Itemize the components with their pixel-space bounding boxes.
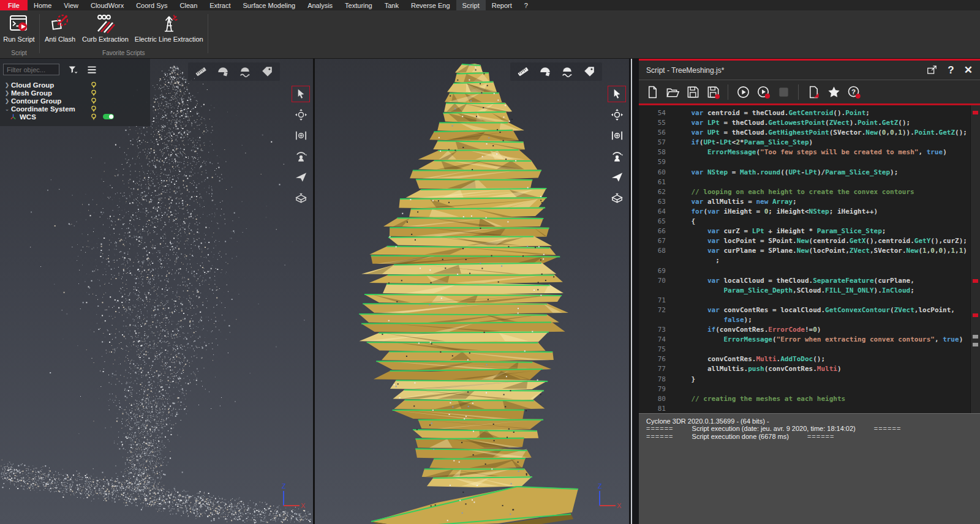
visibility-bulb-icon[interactable] <box>90 105 97 113</box>
expander-icon[interactable]: ❯ <box>3 90 11 96</box>
ruler-button[interactable] <box>516 65 530 78</box>
viewport-point-cloud[interactable]: ❯ Cloud Group ❯ Mesh Group ❯ Contour Gro… <box>0 58 313 524</box>
clipping-box-icon <box>610 191 624 205</box>
code-row: 64 for(var iHeight = 0; iHeight<NStep; i… <box>639 207 970 217</box>
protractor-button[interactable] <box>216 65 230 78</box>
open-script-button[interactable] <box>665 84 680 99</box>
fly-mode-icon <box>610 170 624 184</box>
ruler-icon <box>516 65 530 78</box>
new-script-button[interactable] <box>645 84 660 99</box>
tree-menu-icon[interactable] <box>86 64 97 75</box>
axis-z-label: Z <box>598 482 602 490</box>
select-cursor-button[interactable] <box>608 86 626 102</box>
menu-tab-home[interactable]: Home <box>28 0 58 10</box>
console-text: Script execution (date: jeu. avr. 9 2020… <box>692 425 856 432</box>
expander-icon[interactable]: ⌄ <box>3 106 11 112</box>
angle-curve-button[interactable] <box>560 65 575 78</box>
visibility-bulb-icon[interactable] <box>90 113 97 121</box>
panel-splitter[interactable] <box>629 58 639 524</box>
tree-item-coordinate-system[interactable]: ⌄ Coordinate System <box>3 105 150 113</box>
orbit-button[interactable] <box>292 107 310 123</box>
axis-triad: Z X <box>277 482 306 513</box>
electric-line-extraction-button[interactable]: Electric Line Extraction <box>132 12 206 43</box>
menu-tab-cloudworx[interactable]: CloudWorx <box>85 0 130 10</box>
examiner-view-button[interactable] <box>292 148 310 165</box>
clipping-box-button[interactable] <box>292 190 310 206</box>
code-row: 60 var NStep = Math.round((UPt-LPt)/Para… <box>639 168 970 178</box>
menu-tab-view[interactable]: View <box>58 0 85 10</box>
constrained-pan-button[interactable] <box>292 127 310 144</box>
expander-icon[interactable]: ❯ <box>3 98 11 104</box>
clipping-box-button[interactable] <box>608 190 626 206</box>
examiner-view-button[interactable] <box>608 148 626 165</box>
save-as-button[interactable] <box>706 84 720 99</box>
save-script-button[interactable] <box>685 84 700 99</box>
line-number: 66 <box>639 226 675 236</box>
line-number: 63 <box>639 197 675 207</box>
menu-tab--[interactable]: ? <box>518 0 534 10</box>
favorite-star-button[interactable] <box>826 84 841 99</box>
script-editor[interactable]: 54 var centroid = theCloud.GetCentroid()… <box>639 103 980 413</box>
filter-objects-input[interactable] <box>3 64 59 75</box>
visibility-toggle[interactable] <box>103 114 114 119</box>
fly-mode-button[interactable] <box>608 169 626 185</box>
constrained-pan-icon <box>610 129 624 143</box>
protractor-icon <box>216 65 230 78</box>
visibility-bulb-icon[interactable] <box>90 89 97 97</box>
scrollbar-marker <box>973 343 978 346</box>
run-button[interactable] <box>736 84 750 99</box>
help-circle-button[interactable] <box>846 84 861 99</box>
menu-tab-coord-sys[interactable]: Coord Sys <box>130 0 173 10</box>
visibility-bulb-icon[interactable] <box>90 97 97 105</box>
anti-clash-button[interactable]: Anti Clash <box>41 12 79 43</box>
menu-tab-report[interactable]: Report <box>486 0 518 10</box>
tree-item-wcs[interactable]: WCS <box>3 113 150 121</box>
select-cursor-button[interactable] <box>292 86 310 102</box>
menu-tab-texturing[interactable]: Texturing <box>339 0 379 10</box>
orbit-button[interactable] <box>608 107 626 123</box>
fly-mode-button[interactable] <box>292 169 310 185</box>
menu-tab-script[interactable]: Script <box>456 0 486 10</box>
external-window-icon[interactable] <box>926 64 938 76</box>
line-number: 72 <box>639 305 675 315</box>
code-lines[interactable]: 54 var centroid = theCloud.GetCentroid()… <box>639 105 970 413</box>
run-script-button[interactable]: Run Script <box>0 12 38 43</box>
menu-tab-tank[interactable]: Tank <box>379 0 405 10</box>
editor-scrollbar[interactable] <box>970 105 980 413</box>
menu-tab-clean[interactable]: Clean <box>174 0 204 10</box>
protractor-button[interactable] <box>538 65 552 78</box>
point-cloud-canvas[interactable] <box>0 58 313 524</box>
menu-tab-extract[interactable]: Extract <box>203 0 236 10</box>
constrained-pan-button[interactable] <box>608 127 626 144</box>
help-icon[interactable]: ? <box>948 65 954 75</box>
menu-tab-reverse-eng[interactable]: Reverse Eng <box>405 0 456 10</box>
filter-icon[interactable] <box>67 64 78 75</box>
mesh-canvas[interactable] <box>315 58 629 524</box>
line-number <box>639 286 675 296</box>
run-debug-button[interactable] <box>756 84 771 99</box>
nav-toolbar <box>290 86 312 206</box>
axis-x-label: X <box>301 502 306 509</box>
code-row: 73 if(convContRes.ErrorCode!=0) <box>639 325 970 335</box>
doc-settings-button[interactable] <box>806 84 821 99</box>
curb-extraction-button[interactable]: Curb Extraction <box>79 12 132 43</box>
console-line: ======Script execution (date: jeu. avr. … <box>646 425 973 432</box>
anti-clash-icon <box>49 13 71 35</box>
angle-curve-button[interactable] <box>238 65 252 78</box>
menu-tab-analysis[interactable]: Analysis <box>301 0 339 10</box>
menu-tab-surface-modeling[interactable]: Surface Modeling <box>237 0 302 10</box>
stop-button[interactable] <box>776 84 791 99</box>
tag-button[interactable] <box>582 65 597 78</box>
tree-item-cloud-group[interactable]: ❯ Cloud Group <box>3 81 150 89</box>
menu-tab-file[interactable]: File <box>0 0 28 10</box>
line-number: 79 <box>639 384 675 394</box>
expander-icon[interactable]: ❯ <box>3 82 11 88</box>
close-icon[interactable]: ✕ <box>964 65 973 75</box>
ruler-button[interactable] <box>194 65 208 78</box>
tree-item-mesh-group[interactable]: ❯ Mesh Group <box>3 89 150 97</box>
visibility-bulb-icon[interactable] <box>90 81 97 89</box>
viewport-mesh[interactable]: Z X <box>315 58 629 524</box>
tree-item-contour-group[interactable]: ❯ Contour Group <box>3 97 150 105</box>
code-row: 57 if(UPt-LPt<2*Param_Slice_Step) <box>639 138 970 148</box>
tag-button[interactable] <box>260 65 274 78</box>
